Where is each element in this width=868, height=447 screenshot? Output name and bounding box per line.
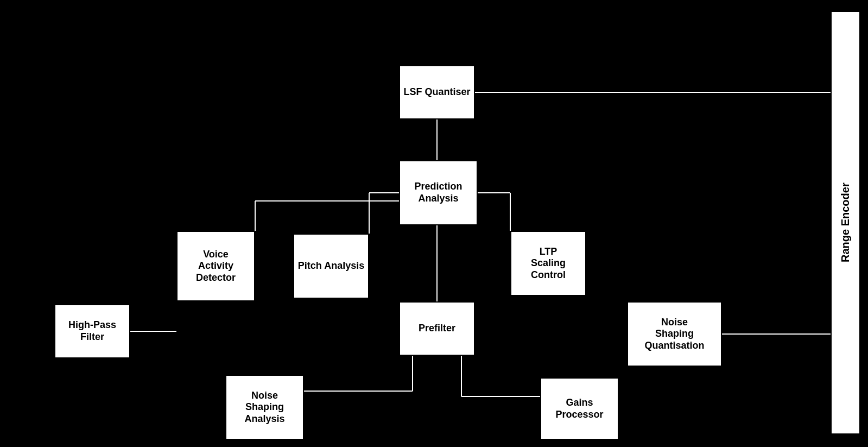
prefilter-block: Prefilter: [399, 301, 475, 356]
voice-activity-detector-block: VoiceActivityDetector: [176, 231, 255, 301]
voice-activity-detector-label: VoiceActivityDetector: [196, 249, 236, 284]
range-encoder-label: Range Encoder: [839, 183, 852, 263]
prediction-analysis-block: PredictionAnalysis: [399, 160, 478, 225]
ltp-scaling-control-block: LTPScalingControl: [510, 231, 586, 296]
prediction-analysis-label: PredictionAnalysis: [414, 181, 462, 204]
lsf-quantiser-label: LSF Quantiser: [403, 86, 470, 98]
ltp-scaling-control-label: LTPScalingControl: [531, 246, 566, 281]
lsf-quantiser-block: LSF Quantiser: [399, 65, 475, 119]
noise-shaping-quantisation-label: NoiseShapingQuantisation: [644, 317, 704, 352]
gains-processor-block: GainsProcessor: [540, 377, 619, 440]
high-pass-filter-block: High-PassFilter: [54, 304, 130, 358]
noise-shaping-analysis-label: NoiseShapingAnalysis: [244, 390, 284, 425]
noise-shaping-analysis-block: NoiseShapingAnalysis: [225, 375, 304, 440]
diagram-container: LSF Quantiser PredictionAnalysis VoiceAc…: [0, 0, 868, 447]
pitch-analysis-label: Pitch Analysis: [298, 260, 364, 272]
pitch-analysis-block: Pitch Analysis: [293, 234, 369, 299]
high-pass-filter-label: High-PassFilter: [68, 319, 116, 343]
range-encoder-block: Range Encoder: [831, 11, 860, 435]
gains-processor-label: GainsProcessor: [555, 397, 603, 420]
noise-shaping-quantisation-block: NoiseShapingQuantisation: [627, 301, 722, 367]
prefilter-label: Prefilter: [419, 323, 455, 335]
